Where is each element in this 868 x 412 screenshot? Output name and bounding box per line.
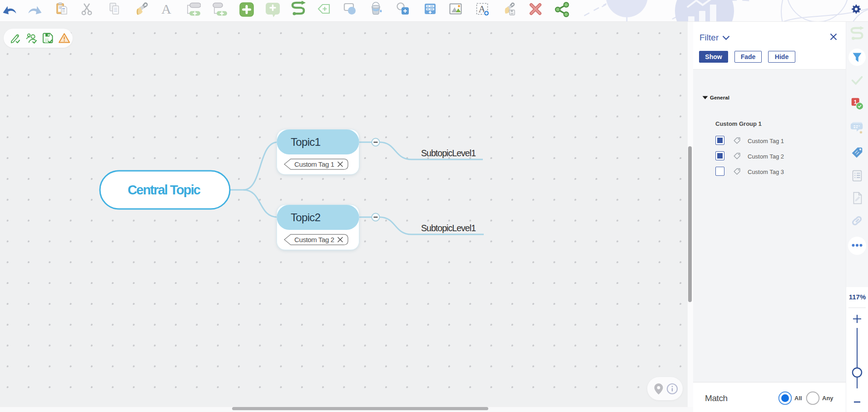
svg-text:SubtopicLevel1: SubtopicLevel1: [421, 148, 476, 158]
svg-text:Topic1: Topic1: [291, 136, 321, 148]
svg-text:SubtopicLevel1: SubtopicLevel1: [421, 223, 476, 233]
svg-text:Central Topic: Central Topic: [128, 183, 201, 197]
svg-text:Custom Tag 2: Custom Tag 2: [294, 236, 334, 243]
svg-text:Custom Tag 1: Custom Tag 1: [294, 160, 334, 168]
svg-text:A: A: [161, 1, 171, 16]
svg-text:Topic2: Topic2: [291, 211, 321, 223]
